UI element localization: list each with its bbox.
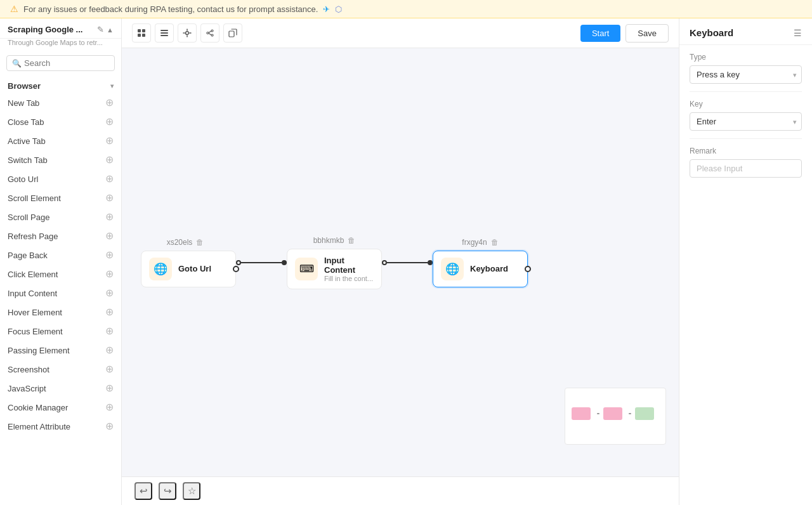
add-icon[interactable]: ⊕ [105, 364, 114, 374]
key-select[interactable]: Enter Tab Escape Space Backspace Delete [690, 112, 802, 131]
right-panel: Keyboard ☰ Type Press a key Type text Ke… [679, 18, 812, 505]
add-icon[interactable]: ⊕ [105, 383, 114, 393]
add-icon[interactable]: ⊕ [105, 155, 114, 165]
sidebar-item-hover-element[interactable]: Hover Element ⊕ [0, 303, 121, 322]
node-id: frxgy4n [462, 238, 487, 247]
add-icon[interactable]: ⊕ [105, 231, 114, 241]
sidebar-item-cookie-manager[interactable]: Cookie Manager ⊕ [0, 398, 121, 417]
delete-icon[interactable]: 🗑 [348, 236, 355, 245]
sidebar-item-goto-url[interactable]: Goto Url ⊕ [0, 169, 121, 188]
key-label: Key [690, 100, 802, 108]
sidebar-item-label: Switch Tab [8, 155, 48, 165]
canvas-bottom-toolbar: ↩ ↪ ☆ [122, 476, 679, 505]
add-icon[interactable]: ⊕ [105, 269, 114, 279]
sidebar-item-new-tab[interactable]: New Tab ⊕ [0, 93, 121, 112]
type-select[interactable]: Press a key Type text Key combination [690, 65, 802, 84]
node-card[interactable]: ⌨ Input Content Fill in the cont... [287, 249, 382, 289]
sidebar-item-close-tab[interactable]: Close Tab ⊕ [0, 112, 121, 131]
sidebar-item-javascript[interactable]: JavaScript ⊕ [0, 379, 121, 398]
sidebar-item-focus-element[interactable]: Focus Element ⊕ [0, 322, 121, 341]
flow-arrow-2 [382, 260, 433, 265]
favorite-button[interactable]: ☆ [183, 482, 200, 500]
sidebar-item-click-element[interactable]: Click Element ⊕ [0, 265, 121, 284]
sidebar-item-label: Passing Element [8, 346, 70, 355]
sidebar-item-label: Element Attribute [8, 422, 70, 431]
browser-section-header[interactable]: Browser ▾ [0, 76, 121, 93]
node-icon: 🌐 [441, 258, 464, 280]
add-icon[interactable]: ⊕ [105, 307, 114, 317]
add-icon[interactable]: ⊕ [105, 98, 114, 108]
node-id: bbhkmkb [313, 236, 344, 245]
copy-button[interactable] [223, 23, 242, 43]
add-icon[interactable]: ⊕ [105, 288, 114, 298]
sidebar-item-label: Input Content [8, 289, 57, 298]
delete-icon[interactable]: 🗑 [196, 238, 204, 247]
sidebar-item-refresh-page[interactable]: Refresh Page ⊕ [0, 226, 121, 246]
sidebar-item-passing-element[interactable]: Passing Element ⊕ [0, 341, 121, 360]
redo-button[interactable]: ↪ [159, 482, 176, 500]
minimap [565, 388, 666, 445]
flow-node-input-content[interactable]: bbhkmkb 🗑 ⌨ Input Content Fill in the co… [287, 236, 382, 289]
svg-line-12 [209, 34, 211, 36]
add-icon[interactable]: ⊕ [105, 117, 114, 127]
node-connector-right [233, 266, 239, 272]
sidebar-item-scroll-element[interactable]: Scroll Element ⊕ [0, 188, 121, 207]
search-icon: 🔍 [12, 59, 22, 68]
share-button[interactable] [200, 23, 219, 43]
menu-icon[interactable]: ☰ [794, 28, 802, 38]
sidebar-item-label: JavaScript [8, 384, 46, 393]
delete-icon[interactable]: 🗑 [491, 238, 499, 247]
sidebar-item-label: Active Tab [8, 136, 46, 146]
sidebar-item-screenshot[interactable]: Screenshot ⊕ [0, 360, 121, 379]
canvas[interactable]: xs20els 🗑 🌐 Goto Url [122, 48, 679, 476]
settings-button[interactable] [178, 23, 197, 43]
arrow-dot-left [236, 260, 241, 265]
node-card[interactable]: 🌐 Goto Url [141, 251, 236, 287]
remark-input[interactable] [690, 159, 802, 178]
add-icon[interactable]: ⊕ [105, 345, 114, 355]
node-info: Goto Url [178, 264, 228, 273]
add-icon[interactable]: ⊕ [105, 174, 114, 184]
sidebar-item-element-attribute[interactable]: Element Attribute ⊕ [0, 417, 121, 436]
svg-rect-6 [160, 35, 168, 36]
toolbar: Start Save [122, 18, 679, 48]
add-icon[interactable]: ⊕ [105, 421, 114, 431]
sidebar-header: Scraping Google ... ✎ ▲ [0, 18, 121, 39]
banner-text: For any issues or feedback during RPA te… [23, 4, 318, 14]
add-icon[interactable]: ⊕ [105, 212, 114, 222]
sidebar-item-label: Hover Element [8, 308, 62, 317]
sidebar-item-switch-tab[interactable]: Switch Tab ⊕ [0, 150, 121, 169]
svg-point-9 [207, 32, 209, 34]
add-icon[interactable]: ⊕ [105, 402, 114, 412]
flow-node-goto-url[interactable]: xs20els 🗑 🌐 Goto Url [134, 238, 236, 287]
search-input[interactable] [24, 58, 109, 68]
start-button[interactable]: Start [580, 25, 620, 42]
sidebar-item-active-tab[interactable]: Active Tab ⊕ [0, 131, 121, 150]
sidebar-item-page-back[interactable]: Page Back ⊕ [0, 246, 121, 265]
svg-rect-18 [635, 407, 654, 420]
sidebar-item-input-content[interactable]: Input Content ⊕ [0, 284, 121, 303]
add-icon[interactable]: ⊕ [105, 193, 114, 203]
flow-node-keyboard[interactable]: frxgy4n 🗑 🌐 Keyboard [433, 238, 528, 287]
edit-icon[interactable]: ✎ [97, 25, 104, 34]
add-icon[interactable]: ⊕ [105, 136, 114, 146]
svg-rect-0 [138, 29, 141, 32]
sidebar-item-scroll-page[interactable]: Scroll Page ⊕ [0, 207, 121, 226]
chevron-up-icon[interactable]: ▲ [107, 26, 114, 34]
sidebar-header-icons: ✎ ▲ [97, 25, 114, 34]
top-banner: ⚠ For any issues or feedback during RPA … [0, 0, 812, 18]
arrow-line [387, 262, 428, 263]
undo-button[interactable]: ↩ [134, 482, 152, 500]
node-icon: 🌐 [149, 258, 172, 280]
node-id-bar: xs20els 🗑 [167, 238, 204, 247]
save-button[interactable]: Save [625, 24, 669, 43]
sidebar-item-label: Scroll Page [8, 213, 49, 222]
sidebar-item-label: New Tab [8, 98, 39, 108]
list-view-button[interactable] [155, 23, 174, 43]
add-icon[interactable]: ⊕ [105, 326, 114, 336]
add-icon[interactable]: ⊕ [105, 250, 114, 260]
node-card-active[interactable]: 🌐 Keyboard [433, 251, 528, 287]
grid-view-button[interactable] [132, 23, 151, 43]
remark-label: Remark [690, 147, 802, 155]
sidebar-item-label: Scroll Element [8, 193, 61, 203]
